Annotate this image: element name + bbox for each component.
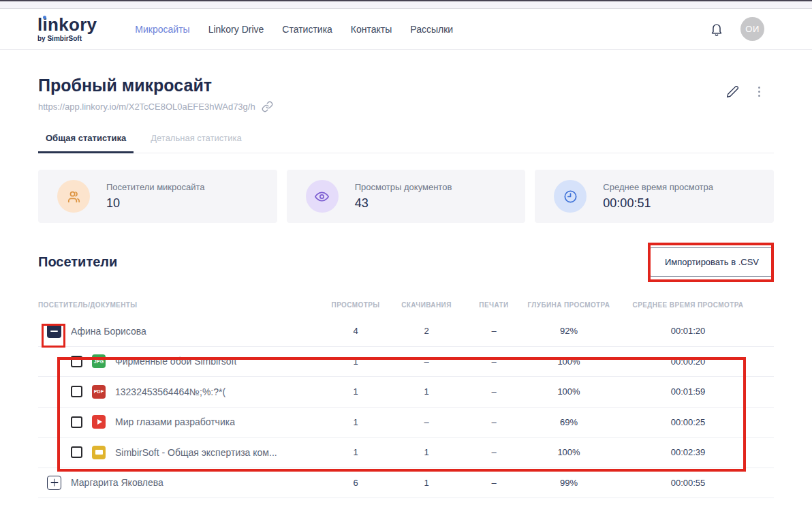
cell-views: 6: [322, 478, 390, 488]
document-name-cell: PDF13232453564464№;%:?*(: [38, 385, 322, 399]
cell-avg-time: 00:02:39: [613, 447, 763, 457]
edit-pencil-icon[interactable]: [726, 85, 739, 98]
clock-icon: [554, 180, 587, 213]
stat-card-label: Посетители микросайта: [106, 182, 205, 192]
cell-downloads: 2: [390, 326, 463, 336]
logo-dot: [43, 16, 46, 19]
cell-depth: 99%: [525, 478, 613, 488]
stat-card-label: Среднее время просмотра: [603, 182, 713, 192]
table-row-document[interactable]: PDF13232453564464№;%:?*(11–100%00:01:59: [38, 377, 774, 408]
cell-downloads: 1: [390, 386, 463, 397]
stat-card-value: 43: [355, 196, 452, 211]
cell-views: 1: [322, 386, 390, 397]
cell-views: 1: [322, 417, 390, 427]
table-header-row: ПОСЕТИТЕЛЬ/ДОКУМЕНТЫПРОСМОТРЫСКАЧИВАНИЯП…: [38, 293, 774, 316]
visitors-section-header: Посетители Импортировать в .CSV: [38, 247, 774, 277]
cell-depth: 100%: [525, 386, 613, 397]
document-name: Фирменные обои Simbirsoft: [115, 356, 236, 367]
collapse-button[interactable]: [47, 324, 61, 338]
stat-card-value: 10: [106, 196, 205, 211]
nav-item-mailings[interactable]: Рассылки: [410, 24, 453, 35]
cell-downloads: 1: [390, 447, 463, 457]
slides-file-icon: [92, 446, 106, 459]
cell-views: 4: [322, 326, 390, 336]
row-checkbox[interactable]: [71, 386, 82, 397]
table-row-visitor[interactable]: Афина Борисова42–92%00:01:20: [38, 316, 774, 347]
column-header: СКАЧИВАНИЯ: [390, 301, 463, 309]
logo[interactable]: linkory by SimbirSoft: [37, 16, 97, 42]
people-icon: [57, 180, 90, 213]
table-body: Афина Борисова42–92%00:01:20JPGФирменные…: [38, 316, 774, 498]
table-row-document[interactable]: SimbirSoft - Общая экспертиза ком...11–1…: [38, 438, 774, 468]
stat-cards-row: Посетители микросайта10Просмотры докумен…: [38, 170, 774, 223]
minus-icon: [50, 331, 58, 332]
nav-item-microsites[interactable]: Микросайты: [135, 24, 189, 35]
column-header: ПРОСМОТРЫ: [322, 301, 390, 309]
cell-avg-time: 00:01:20: [613, 326, 763, 336]
microsite-url: https://app.linkory.io/m/X2TcCE8OL0aEFE3…: [38, 102, 255, 112]
nav-item-linkory-drive[interactable]: Linkory Drive: [208, 24, 264, 35]
cell-views: 1: [322, 447, 390, 457]
stat-card-text: Среднее время просмотра00:00:51: [603, 182, 713, 211]
header-right: ОИ: [709, 17, 764, 41]
cell-depth: 92%: [525, 326, 613, 336]
cell-prints: –: [463, 447, 525, 457]
tab-general-statistics[interactable]: Общая статистика: [38, 133, 134, 153]
more-options-kebab-icon[interactable]: [757, 85, 762, 98]
cell-downloads: –: [390, 356, 463, 367]
column-header: ПОСЕТИТЕЛЬ/ДОКУМЕНТЫ: [38, 301, 322, 309]
cell-avg-time: 00:01:59: [613, 386, 763, 397]
table-row-visitor[interactable]: Маргарита Яковлева61–99%00:00:55: [38, 468, 774, 499]
document-name-cell: SimbirSoft - Общая экспертиза ком...: [38, 446, 322, 459]
row-checkbox[interactable]: [71, 356, 82, 367]
user-avatar[interactable]: ОИ: [740, 17, 764, 41]
nav-item-statistics[interactable]: Статистика: [282, 24, 332, 35]
stat-card-value: 00:00:51: [603, 196, 713, 211]
row-checkbox[interactable]: [71, 446, 82, 458]
stat-card: Посетители микросайта10: [38, 170, 277, 223]
stat-card-label: Просмотры документов: [355, 182, 452, 192]
cell-avg-time: 00:00:20: [613, 356, 763, 367]
visitor-name-cell: Афина Борисова: [38, 324, 322, 338]
title-block: Пробный микросайт https://app.linkory.io…: [38, 76, 273, 112]
cell-downloads: –: [390, 417, 463, 427]
document-name: SimbirSoft - Общая экспертиза ком...: [115, 447, 277, 458]
stat-card-text: Посетители микросайта10: [106, 182, 205, 211]
logo-subtitle: by SimbirSoft: [37, 35, 97, 42]
copy-link-icon[interactable]: [262, 101, 273, 112]
pdf-file-icon: PDF: [92, 385, 106, 399]
cell-prints: –: [463, 478, 525, 488]
column-header: СРЕДНЕЕ ВРЕМЯ ПРОСМОТРА: [613, 301, 763, 309]
visitor-name: Маргарита Яковлева: [71, 477, 163, 488]
cell-avg-time: 00:00:25: [613, 417, 763, 427]
microsite-url-row: https://app.linkory.io/m/X2TcCE8OL0aEFE3…: [38, 101, 273, 112]
stat-card: Просмотры документов43: [287, 170, 526, 223]
tab-detailed-statistics[interactable]: Детальная статистика: [143, 133, 249, 153]
cell-views: 1: [322, 356, 390, 367]
row-checkbox[interactable]: [71, 416, 82, 428]
notifications-bell-icon[interactable]: [709, 22, 724, 37]
column-header: ПЕЧАТИ: [463, 301, 525, 309]
column-header: ГЛУБИНА ПРОСМОТРА: [525, 301, 613, 309]
cell-depth: 100%: [525, 447, 613, 457]
browser-top-strip: [0, 0, 812, 9]
table-row-document[interactable]: JPGФирменные обои Simbirsoft1––100%00:00…: [38, 347, 774, 378]
stat-card: Среднее время просмотра00:00:51: [535, 170, 774, 223]
visitors-table: ПОСЕТИТЕЛЬ/ДОКУМЕНТЫПРОСМОТРЫСКАЧИВАНИЯП…: [38, 293, 774, 498]
eye-icon: [306, 180, 339, 213]
title-row: Пробный микросайт https://app.linkory.io…: [38, 76, 774, 112]
export-csv-button[interactable]: Импортировать в .CSV: [650, 247, 774, 277]
document-name-cell: Мир глазами разработчика: [38, 415, 322, 429]
logo-wordmark: linkory: [37, 16, 97, 33]
expand-button[interactable]: [47, 476, 61, 490]
cell-prints: –: [463, 386, 525, 397]
app-header: linkory by SimbirSoft МикросайтыLinkory …: [0, 9, 812, 50]
nav-item-contacts[interactable]: Контакты: [351, 24, 392, 35]
document-name-cell: JPGФирменные обои Simbirsoft: [38, 354, 322, 368]
visitors-heading: Посетители: [38, 254, 117, 270]
table-row-document[interactable]: Мир глазами разработчика1––69%00:00:25: [38, 408, 774, 438]
page-title: Пробный микросайт: [38, 76, 273, 95]
cell-downloads: 1: [390, 478, 463, 488]
main-content: Пробный микросайт https://app.linkory.io…: [0, 76, 812, 498]
document-name: 13232453564464№;%:?*(: [115, 386, 225, 397]
